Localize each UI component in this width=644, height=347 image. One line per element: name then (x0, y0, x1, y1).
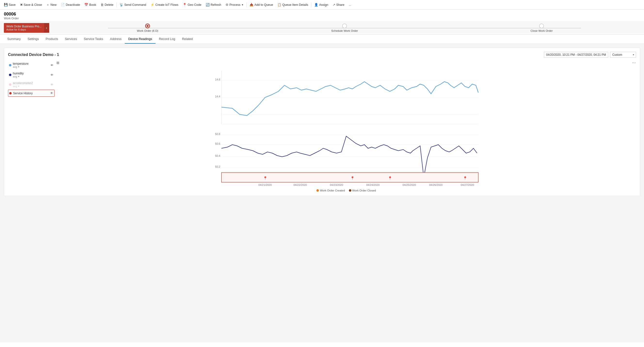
legend-dot-3 (9, 92, 12, 94)
assign-button[interactable]: 👤 Assign (312, 2, 330, 8)
geo-code-button[interactable]: 📍 Geo Code (181, 2, 203, 8)
more-button[interactable]: ... (347, 2, 353, 8)
legend-item-0[interactable]: temperatureavg ▼👁 (8, 60, 54, 70)
process-button[interactable]: ⚙ Process ▼ (224, 2, 246, 8)
stage-label-3: Close Work Order (530, 29, 553, 32)
record-id: 00006 (4, 12, 640, 17)
svg-text:📍: 📍 (463, 176, 467, 180)
queue-details-icon: 📋 (278, 3, 281, 6)
save-button[interactable]: 💾 Save (2, 2, 18, 8)
record-type: Work Order (4, 17, 640, 20)
separator-1 (116, 2, 116, 7)
svg-rect-15 (222, 172, 478, 182)
svg-text:50.2: 50.2 (215, 165, 220, 168)
svg-text:50.4: 50.4 (215, 154, 220, 157)
bottom-dot-0 (316, 189, 319, 192)
nav-tabs: SummarySettingsProductsServicesService T… (0, 35, 644, 44)
legend-label-2: accelerometerZ (13, 82, 33, 85)
stage-active-button[interactable]: Work Order Business Pro... Active for 6 … (4, 23, 44, 33)
svg-text:04/27/2020: 04/27/2020 (460, 184, 474, 186)
stage-circle-1 (145, 24, 150, 28)
svg-text:04/26/2020: 04/26/2020 (429, 184, 442, 186)
tab-related[interactable]: Related (178, 35, 196, 44)
svg-text:04/22/2020: 04/22/2020 (294, 184, 307, 186)
tab-device-readings[interactable]: Device Readings (125, 35, 155, 44)
tab-summary[interactable]: Summary (4, 35, 24, 44)
tab-address[interactable]: Address (106, 35, 125, 44)
separator-2 (246, 2, 247, 7)
stage-progress: Work Order (6 D) Schedule Work Order Clo… (49, 24, 640, 32)
save-icon: 💾 (4, 3, 8, 6)
book-button[interactable]: 📅 Book (82, 2, 98, 8)
device-card-header: Connected Device Demo - 1 04/20/2020, 10… (8, 52, 636, 58)
device-card-controls: 04/20/2020, 10:21 PM - 04/27/2020, 04:21… (544, 52, 636, 58)
stage-item-1: Work Order (6 D) (49, 24, 246, 32)
period-select-wrapper[interactable]: CustomLast 1 hourLast 12 hoursLast 24 ho… (610, 52, 636, 58)
svg-text:50.8: 50.8 (215, 132, 220, 136)
queue-details-button[interactable]: 📋 Queue Item Details (276, 2, 310, 8)
stage-label-2: Schedule Work Order (331, 29, 358, 32)
chart-more-button[interactable]: ··· (632, 60, 636, 65)
toolbar: 💾 Save ✖ Save & Close ＋ New 📄 Deactivate… (0, 0, 644, 10)
main-content: Connected Device Demo - 1 04/20/2020, 10… (0, 44, 644, 342)
svg-text:04/24/2020: 04/24/2020 (366, 184, 380, 186)
chart-legend: temperatureavg ▼👁humidityavg ▼👁accelerom… (8, 60, 56, 192)
svg-text:04/23/2020: 04/23/2020 (330, 184, 343, 186)
period-select[interactable]: CustomLast 1 hourLast 12 hoursLast 24 ho… (610, 52, 636, 58)
svg-text:📍: 📍 (350, 176, 355, 180)
svg-text:📍: 📍 (263, 176, 268, 180)
new-button[interactable]: ＋ New (44, 2, 58, 8)
date-range-display: 04/20/2020, 10:21 PM - 04/27/2020, 04:21… (544, 52, 608, 58)
add-queue-icon: 📥 (250, 3, 254, 6)
legend-eye-0[interactable]: 👁 (50, 64, 54, 67)
legend-item-1[interactable]: humidityavg ▼👁 (8, 70, 54, 80)
stage-item-3: Close Work Order (443, 24, 640, 32)
legend-item-3[interactable]: Service History👁 (8, 90, 54, 97)
tab-record-log[interactable]: Record Log (156, 35, 178, 44)
refresh-button[interactable]: 🔄 Refresh (204, 2, 223, 8)
chart-header-row: ⊞ ··· (56, 60, 636, 65)
process-chevron: ▼ (241, 4, 244, 6)
assign-icon: 👤 (314, 3, 318, 6)
stage-item-2: Schedule Work Order (246, 24, 443, 32)
svg-text:50.6: 50.6 (215, 142, 220, 145)
geo-code-icon: 📍 (183, 3, 186, 6)
deactivate-icon: 📄 (61, 3, 65, 6)
legend-item-2[interactable]: accelerometerZavg ▼👁 (8, 80, 54, 89)
layers-icon[interactable]: ⊞ (56, 61, 59, 65)
bottom-legend-label-1: Work Order Closed (352, 189, 376, 192)
tab-products[interactable]: Products (42, 35, 62, 44)
legend-dot-2 (9, 83, 12, 86)
stage-back-button[interactable]: ‹ (44, 23, 49, 33)
legend-label-1: humidity (13, 72, 24, 75)
deactivate-button[interactable]: 📄 Deactivate (59, 2, 82, 8)
svg-text:04/21/2020: 04/21/2020 (258, 184, 272, 186)
chart-area: ⊞ ··· 14.6 14.4 (56, 60, 636, 192)
separator-3 (311, 2, 311, 7)
legend-eye-1[interactable]: 👁 (50, 73, 54, 77)
create-iot-button[interactable]: ⚡ Create IoT Flows (148, 2, 180, 8)
process-icon: ⚙ (226, 3, 228, 6)
stage-circle-2 (342, 24, 347, 28)
legend-eye-3[interactable]: 👁 (50, 91, 53, 95)
delete-button[interactable]: 🗑 Delete (98, 2, 115, 8)
add-queue-button[interactable]: 📥 Add to Queue (248, 2, 275, 8)
tab-settings[interactable]: Settings (24, 35, 42, 44)
save-close-button[interactable]: ✖ Save & Close (18, 2, 44, 8)
svg-text:04/25/2020: 04/25/2020 (402, 184, 416, 186)
legend-label-3: Service History (13, 92, 33, 95)
svg-text:14.4: 14.4 (215, 95, 220, 98)
delete-icon: 🗑 (100, 3, 104, 6)
chart-svg: 14.6 14.4 50.8 50.6 (56, 66, 636, 187)
bottom-legend-item-1: Work Order Closed (349, 189, 376, 192)
bottom-dot-1 (349, 189, 351, 192)
stage-circle-3 (539, 24, 544, 28)
send-command-button[interactable]: 📡 Send Command (118, 2, 148, 8)
tab-service-tasks[interactable]: Service Tasks (80, 35, 106, 44)
device-card-title: Connected Device Demo - 1 (8, 52, 59, 57)
tab-services[interactable]: Services (62, 35, 80, 44)
book-icon: 📅 (84, 3, 88, 6)
legend-eye-2[interactable]: 👁 (50, 83, 54, 86)
legend-label-0: temperature (13, 62, 28, 66)
share-button[interactable]: ↗ Share (331, 2, 346, 8)
